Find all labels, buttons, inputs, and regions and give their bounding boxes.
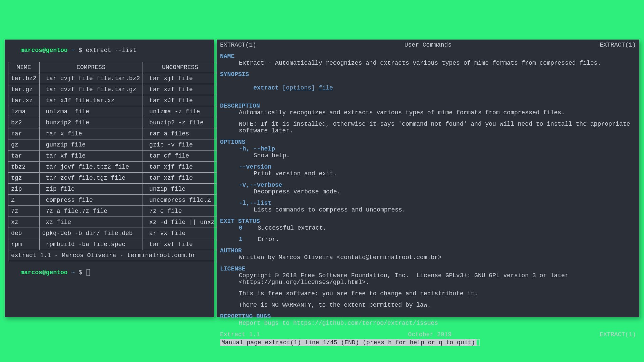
cell-uncompress: unlzma -z file	[143, 106, 217, 117]
bugs-text: Report bugs to https://github.com/terroo…	[239, 320, 636, 326]
cell-mime: 7z	[8, 206, 40, 217]
col-mime: MIME	[8, 62, 40, 73]
table-row: debdpkg-deb -b dir/ file.deb ar vx file	[8, 228, 218, 239]
table-row: bz2 bunzip2 file bunzip2 -z file	[8, 117, 218, 128]
col-compress: COMPRESS	[39, 62, 143, 73]
cell-mime: tar	[8, 150, 40, 162]
col-uncompress: UNCOMPRESS	[143, 62, 217, 73]
man-footer-center: October 2019	[408, 331, 452, 338]
license-line-2: This is free software: you are free to c…	[239, 290, 636, 297]
table-row: gz gunzip file gzip -v file	[8, 139, 218, 150]
prompt-dollar: $	[78, 47, 86, 54]
cell-uncompress: uncompress file.Z	[143, 195, 217, 206]
synopsis-cmd: extract	[253, 84, 282, 91]
table-row: tar.xz tar xJf file.tar.xz tar xJf file	[8, 95, 218, 106]
cell-mime: tar.gz	[8, 84, 40, 95]
cell-mime: zip	[8, 184, 40, 195]
option-text: Print version and exit.	[254, 170, 636, 177]
exit-status-row: 1Error.	[220, 236, 636, 243]
cell-compress: tar cvzf file file.tar.gz	[39, 84, 143, 95]
cell-mime: gz	[8, 139, 40, 150]
prompt-line-2[interactable]: marcos@gentoo ~ $	[6, 262, 213, 283]
cell-compress: zip file	[39, 184, 143, 195]
man-status-bar: Manual page extract(1) line 1/45 (END) (…	[220, 339, 476, 346]
cell-mime: Z	[8, 195, 40, 206]
cell-compress: bunzip2 file	[39, 117, 143, 128]
section-author: AUTHOR	[220, 247, 636, 254]
cell-mime: tbz2	[8, 162, 40, 173]
cell-uncompress: ar vx file	[143, 228, 217, 239]
synopsis-file: file	[319, 84, 333, 91]
license-line-3: There is NO WARRANTY, to the extent perm…	[239, 302, 636, 308]
exit-status-row: 0Successful extract.	[220, 225, 636, 231]
exit-code: 0	[239, 225, 258, 231]
cell-uncompress: rar a files	[143, 128, 217, 139]
description-text: Automatically recognizes and extracts va…	[239, 109, 636, 116]
cell-compress: gunzip file	[39, 139, 143, 150]
table-row: rar rar x file rar a files	[8, 128, 218, 139]
mime-table: MIME COMPRESS UNCOMPRESS tar.bz2 tar cvj…	[8, 62, 218, 261]
cursor-icon	[476, 339, 480, 346]
cell-uncompress: xz -d file || unxz	[143, 217, 217, 228]
section-reporting-bugs: REPORTING BUGS	[220, 313, 636, 320]
cell-compress: tar jcvf file.tbz2 file	[39, 162, 143, 173]
cell-mime: lzma	[8, 106, 40, 117]
prompt-user: marcos@gentoo	[20, 47, 67, 54]
exit-text: Error.	[258, 236, 279, 243]
man-header-right: EXTRACT(1)	[600, 42, 636, 48]
option-text: Lists commands to compress and uncompres…	[254, 206, 636, 213]
section-license: LICENSE	[220, 265, 636, 272]
description-note: NOTE: If it is installed, otherwise it s…	[239, 121, 636, 134]
license-line-1: Copyright © 2018 Free Software Foundatio…	[239, 272, 636, 286]
prompt-path: ~	[68, 269, 78, 276]
table-row: lzma unlzma file unlzma -z file	[8, 106, 218, 117]
cell-compress: 7z a file.7z file	[39, 206, 143, 217]
name-text: Extract - Automatically recognizes and e…	[239, 60, 636, 66]
man-footer: Extract 1.1 October 2019 EXTRACT(1)	[220, 331, 636, 338]
cell-compress: tar zcvf file.tgz file	[39, 173, 143, 184]
section-options: OPTIONS	[220, 139, 636, 145]
man-header: EXTRACT(1) User Commands EXTRACT(1)	[220, 42, 636, 48]
cell-mime: tar.xz	[8, 95, 40, 106]
table-row: rpm rpmbuild -ba file.spec tar xvf file	[8, 239, 218, 250]
cell-compress: unlzma file	[39, 106, 143, 117]
cell-mime: rpm	[8, 239, 40, 250]
exit-code: 1	[239, 236, 258, 243]
table-row: 7z 7z a file.7z file 7z e file	[8, 206, 218, 217]
cell-mime: deb	[8, 228, 40, 239]
cursor-icon	[87, 269, 90, 276]
table-row: xz xz file xz -d file || unxz	[8, 217, 218, 228]
cell-uncompress: tar xzf file	[143, 173, 217, 184]
option-flag: --version	[239, 164, 636, 170]
cell-compress: rar x file	[39, 128, 143, 139]
cell-uncompress: 7z e file	[143, 206, 217, 217]
cell-uncompress: tar xjf file	[143, 162, 217, 173]
section-description: DESCRIPTION	[220, 103, 636, 109]
cell-mime: tgz	[8, 173, 40, 184]
table-row: tar tar xf file tar cf file	[8, 150, 218, 162]
man-header-center: User Commands	[405, 42, 451, 48]
table-footer: extract 1.1 - Marcos Oliveira - terminal…	[8, 250, 218, 261]
cell-compress: tar cvjf file file.tar.bz2	[39, 73, 143, 84]
cell-mime: tar.bz2	[8, 73, 40, 84]
option-text: Decompress verbose mode.	[254, 188, 636, 195]
cell-compress: tar xf file	[39, 150, 143, 162]
cell-uncompress: tar cf file	[143, 150, 217, 162]
cell-uncompress: bunzip2 -z file	[143, 117, 217, 128]
option-flag: -h, --help	[239, 145, 636, 152]
terminal-right-manpage[interactable]: EXTRACT(1) User Commands EXTRACT(1) NAME…	[217, 40, 639, 317]
table-row: tar.bz2 tar cvjf file file.tar.bz2 tar x…	[8, 73, 218, 84]
table-row: tbz2 tar jcvf file.tbz2 file tar xjf fil…	[8, 162, 218, 173]
table-row: zip zip file unzip file	[8, 184, 218, 195]
cell-compress: compress file	[39, 195, 143, 206]
author-text: Written by Marcos Oliveira <contato@term…	[239, 254, 636, 261]
option-text: Show help.	[254, 152, 636, 159]
cell-uncompress: tar xJf file	[143, 95, 217, 106]
terminal-left[interactable]: marcos@gentoo ~ $ extract --list MIME CO…	[5, 40, 214, 317]
man-footer-left: Extract 1.1	[220, 331, 260, 338]
prompt-user: marcos@gentoo	[20, 269, 67, 276]
cell-mime: rar	[8, 128, 40, 139]
cell-uncompress: gzip -v file	[143, 139, 217, 150]
section-exit-status: EXIT STATUS	[220, 218, 636, 225]
section-name: NAME	[220, 53, 636, 60]
